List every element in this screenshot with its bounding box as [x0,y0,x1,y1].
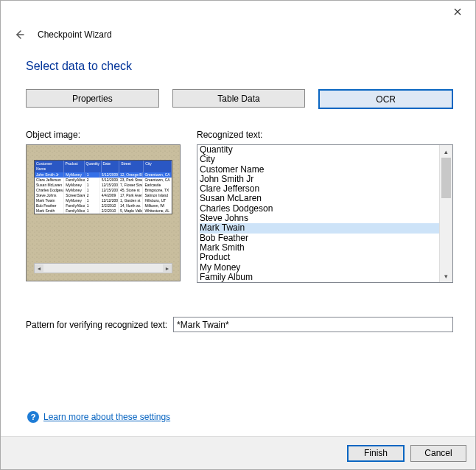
scroll-thumb[interactable] [43,265,163,271]
scroll-left-icon[interactable]: ◄ [35,264,43,272]
list-item[interactable]: Customer Name [200,165,440,175]
list-item[interactable]: Mark Twain [200,223,440,233]
list-item[interactable]: Product [200,253,440,262]
list-item[interactable]: My Money [200,263,440,273]
page-heading: Select data to check [26,60,453,73]
header-row: Checkpoint Wizard [1,23,475,46]
scroll-down-icon[interactable]: ▾ [440,270,452,282]
wizard-title: Checkpoint Wizard [38,29,112,40]
list-item[interactable]: Charles Dodgeson [200,204,440,214]
scroll-thumb[interactable] [441,158,451,198]
recognized-text-listbox[interactable]: QuantityCityCustomer NameJohn Smith JrCl… [197,144,453,283]
recognized-text-column: Recognized text: QuantityCityCustomer Na… [197,130,453,283]
recognized-text-label: Recognized text: [197,130,453,140]
preview-horizontal-scrollbar[interactable]: ◄ ► [34,263,172,273]
preview-table: Customer NameProductQuantityDateStreetCi… [34,160,172,214]
wizard-window: Checkpoint Wizard Select data to check P… [0,0,476,470]
cancel-button[interactable]: Cancel [410,445,466,462]
close-button[interactable] [446,3,469,21]
list-item[interactable]: Susan McLaren [200,194,440,203]
titlebar [1,1,475,23]
button-bar: Finish Cancel [1,436,475,469]
recognized-vertical-scrollbar[interactable]: ▴ ▾ [439,145,452,282]
scroll-right-icon[interactable]: ► [163,264,172,272]
tab-ocr[interactable]: OCR [318,89,453,109]
finish-button[interactable]: Finish [347,445,405,462]
tab-row: Properties Table Data OCR [26,89,453,109]
object-image-preview: Customer NameProductQuantityDateStreetCi… [26,144,181,281]
list-item[interactable]: John Smith Jr [200,175,440,184]
list-item[interactable]: Quantity [200,145,440,155]
tab-properties[interactable]: Properties [26,89,159,108]
footer-zone: ? Learn more about these settings [26,411,453,436]
scroll-up-icon[interactable]: ▴ [440,145,452,158]
tab-table-data[interactable]: Table Data [172,89,306,108]
list-item[interactable]: Bob Feather [200,234,440,243]
list-item[interactable]: Clare Jefferson [200,184,440,194]
help-icon: ? [27,411,39,423]
object-image-label: Object image: [26,130,181,140]
list-item[interactable]: Family Album [200,273,440,282]
pattern-row: Pattern for verifying recognized text: [26,317,453,332]
list-item[interactable]: Steve Johns [200,214,440,223]
pattern-input[interactable] [173,317,453,332]
list-item[interactable]: City [200,155,440,164]
pattern-label: Pattern for verifying recognized text: [26,320,167,330]
content-columns: Object image: Customer NameProductQuanti… [26,130,453,283]
learn-more-row: ? Learn more about these settings [26,411,453,436]
learn-more-link[interactable]: Learn more about these settings [43,412,170,422]
list-item[interactable]: Mark Smith [200,243,440,253]
object-image-column: Object image: Customer NameProductQuanti… [26,130,181,283]
wizard-body: Select data to check Properties Table Da… [1,46,475,436]
back-button[interactable] [11,27,27,43]
